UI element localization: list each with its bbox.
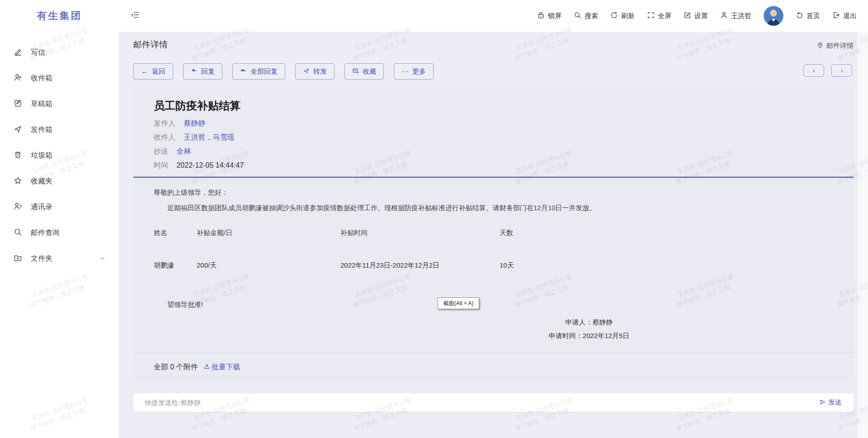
lock-screen-label: 锁屏 (548, 12, 561, 20)
from-label: 发件人 (154, 119, 175, 127)
mail-detail-card: 员工防疫补贴结算 发件人 蔡静静 收件人 王洪哲，马雪瑶 抄送 全林 (133, 87, 854, 382)
sidebar-item-sent[interactable]: 发件箱 (0, 117, 119, 143)
search-icon (14, 228, 22, 238)
refresh-icon (610, 11, 618, 20)
sent-icon (14, 125, 22, 135)
cc-contact[interactable]: 全林 (176, 147, 191, 155)
attachments-summary: 全部 0 个附件 (154, 363, 198, 372)
download-icon (203, 363, 210, 372)
sidebar-item-folders[interactable]: 文件夹 (0, 246, 119, 272)
col-header: 天数 (500, 229, 832, 237)
sidebar-item-label: 通讯录 (31, 203, 52, 212)
home-label: 首页 (807, 12, 820, 20)
applicant-line: 申请人：蔡静静 (501, 316, 677, 329)
lock-icon (537, 11, 545, 20)
back-button[interactable]: ← 返回 (133, 63, 173, 80)
search-label: 搜索 (585, 12, 598, 20)
sidebar-item-label: 垃圾箱 (31, 151, 52, 160)
reply-label: 回复 (201, 67, 215, 76)
logout-button[interactable]: 退出 (832, 11, 857, 20)
meta-from-row: 发件人 蔡静静 (154, 116, 832, 130)
logout-label: 退出 (843, 12, 857, 20)
lock-screen-button[interactable]: 锁屏 (537, 11, 561, 20)
sidebar-collapse-button[interactable] (131, 10, 140, 21)
reply-all-button[interactable]: 全部回复 (232, 63, 285, 80)
reply-icon (191, 67, 198, 75)
mail-pager: ‹ › (803, 64, 852, 77)
home-back-icon (796, 11, 803, 20)
prev-mail-button[interactable]: ‹ (803, 64, 824, 77)
sidebar: 有生集团 写信 收件箱 草稿箱 发件箱 垃圾箱 (0, 0, 119, 438)
fullscreen-icon (647, 11, 655, 20)
mail-closing: 望领导批准! (154, 301, 832, 309)
forward-icon (303, 67, 310, 75)
favorite-label: 收藏 (363, 67, 376, 76)
more-button[interactable]: ··· 更多 (394, 63, 434, 80)
settings-label: 设置 (694, 12, 708, 20)
send-button[interactable]: 发送 (819, 398, 854, 407)
sidebar-item-drafts[interactable]: 草稿箱 (0, 91, 119, 117)
col-header: 姓名 (154, 229, 197, 237)
mail-greeting: 尊敬的上级领导，您好： (154, 188, 832, 198)
next-mail-button[interactable]: › (831, 64, 852, 77)
more-label: 更多 (412, 67, 426, 76)
breadcrumb: 邮件详情 (816, 42, 854, 50)
sidebar-item-favorites[interactable]: 收藏夹 (0, 169, 119, 194)
sidebar-item-inbox[interactable]: 收件箱 (0, 66, 119, 91)
sidebar-item-compose[interactable]: 写信 (0, 40, 119, 66)
chevron-right-icon: › (841, 67, 843, 74)
forward-label: 转发 (313, 67, 327, 76)
sidebar-item-trash[interactable]: 垃圾箱 (0, 143, 119, 169)
mail-detail-body: 员工防疫补贴结算 发件人 蔡静静 收件人 王洪哲，马雪瑶 抄送 全林 (133, 87, 854, 382)
from-contact[interactable]: 蔡静静 (184, 119, 205, 127)
avatar[interactable] (764, 6, 783, 26)
user-menu[interactable]: 王洪哲 (720, 11, 751, 20)
forward-button[interactable]: 转发 (295, 63, 335, 80)
favorite-button[interactable]: 收藏 (344, 63, 384, 80)
screenshot-tooltip: 截图(Alt + A) (438, 297, 479, 309)
quick-send-bar: 发送 (133, 393, 854, 412)
refresh-button[interactable]: 刷新 (610, 11, 635, 20)
cell-name: 胡鹏濠 (154, 261, 197, 270)
home-button[interactable]: 首页 (796, 11, 820, 20)
sidebar-item-label: 发件箱 (31, 125, 52, 135)
reply-all-label: 全部回复 (250, 67, 278, 76)
quick-send-input[interactable] (133, 399, 819, 406)
sidebar-item-mail-search[interactable]: 邮件查询 (0, 220, 119, 246)
cell-days: 10天 (500, 261, 832, 270)
apply-date-line: 申请时间：2022年12月5日 (501, 329, 677, 343)
trash-icon (14, 151, 22, 161)
batch-download-link[interactable]: 批量下载 (203, 363, 241, 372)
scrollbar-track[interactable] (858, 32, 868, 438)
mail-subject: 员工防疫补贴结算 (154, 99, 832, 113)
table-row: 胡鹏濠 200/天 2022年11月23日-2022年12月2日 10天 (154, 261, 832, 270)
sidebar-item-label: 文件夹 (31, 254, 52, 264)
settings-button[interactable]: 设置 (684, 11, 708, 20)
settings-icon (684, 11, 691, 20)
sidebar-item-label: 写信 (31, 48, 45, 57)
apply-block: 申请人：蔡静静 申请时间：2022年12月5日 (501, 316, 677, 343)
inbox-icon (14, 73, 22, 84)
reply-button[interactable]: 回复 (183, 63, 222, 80)
fullscreen-button[interactable]: 全屏 (647, 11, 671, 20)
meta-cc-row: 抄送 全林 (154, 144, 832, 158)
mail-time: 2022-12-05 14:44:47 (176, 161, 244, 169)
search-icon (574, 11, 581, 20)
sidebar-item-contacts[interactable]: 通讯录 (0, 194, 119, 220)
col-header: 补贴时间 (340, 229, 500, 237)
time-label: 时间 (154, 161, 168, 169)
meta-time-row: 时间 2022-12-05 14:44:47 (154, 158, 832, 172)
to-contacts[interactable]: 王洪哲，马雪瑶 (184, 133, 234, 141)
sidebar-item-label: 邮件查询 (31, 228, 60, 238)
to-label: 收件人 (154, 133, 175, 141)
topbar: 锁屏 搜索 刷新 全屏 设置 王洪哲 (119, 0, 868, 32)
breadcrumb-label: 邮件详情 (826, 42, 854, 50)
send-label: 发送 (828, 398, 842, 407)
mail-star-icon (352, 67, 359, 75)
page-title: 邮件详情 (133, 39, 168, 51)
contacts-icon (14, 202, 22, 212)
user-name: 王洪哲 (731, 12, 751, 20)
drafts-icon (14, 99, 22, 109)
search-button[interactable]: 搜索 (574, 11, 598, 20)
col-header: 补贴金额/日 (197, 229, 340, 237)
